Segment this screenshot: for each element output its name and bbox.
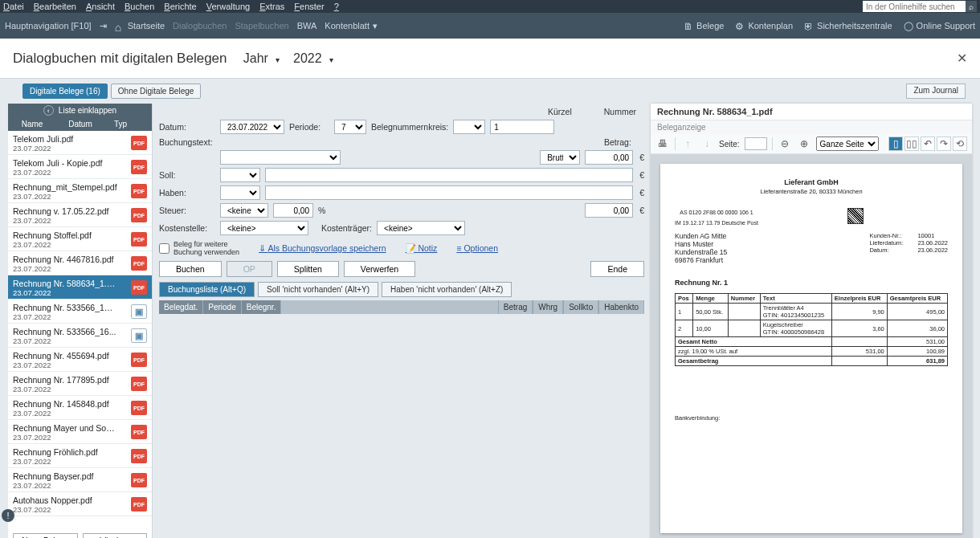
doc-row[interactable]: Rechnung Nr. 4467816.pdf23.07.2022PDF xyxy=(8,251,152,275)
rotate-right-icon[interactable]: ↷ xyxy=(937,137,951,151)
year-dd2[interactable]: ▾ xyxy=(329,55,333,64)
barcode-icon xyxy=(847,208,864,224)
menu-ansicht[interactable]: Ansicht xyxy=(86,2,115,11)
support-link[interactable]: Online Support xyxy=(904,21,975,31)
nummer-label: Nummer xyxy=(604,107,636,116)
doc-row[interactable]: Rechnung Bayser.pdf23.07.2022PDF xyxy=(8,468,152,492)
soll-select[interactable] xyxy=(220,168,260,182)
doc-row[interactable]: Telekom Juli - Kopie.pdf23.07.2022PDF xyxy=(8,155,152,179)
nummer-input[interactable] xyxy=(490,120,554,134)
sicherheit-link[interactable]: Sicherheitszentrale xyxy=(804,21,892,31)
steuer-pct-input[interactable] xyxy=(273,203,313,218)
kostentraeger-label: Kostenträger: xyxy=(321,223,372,233)
list-collapse-button[interactable]: ‹ Liste einklappen xyxy=(8,104,152,117)
soll-nv-tab[interactable]: Soll 'nicht vorhanden' (Alt+Y) xyxy=(258,282,378,297)
menu-bearbeiten[interactable]: Bearbeiten xyxy=(34,2,76,11)
rotate-left-icon[interactable]: ↶ xyxy=(921,137,935,151)
startseite-link[interactable]: Startseite xyxy=(115,21,165,31)
close-icon[interactable]: ✕ xyxy=(957,51,967,66)
year-dd1[interactable]: ▾ xyxy=(276,55,280,64)
menu-buchen[interactable]: Buchen xyxy=(125,2,154,11)
kuerzel-select[interactable] xyxy=(453,120,485,134)
doc-row[interactable]: Rechnung Nr. 145848.pdf23.07.2022PDF xyxy=(8,396,152,420)
haben-input[interactable] xyxy=(265,185,633,200)
betrag-input[interactable] xyxy=(585,150,633,165)
stapelbuchen-link[interactable]: Stapelbuchen xyxy=(235,21,288,31)
menu-datei[interactable]: Datei xyxy=(3,2,24,11)
view-cont-icon[interactable]: ▯▯ xyxy=(904,137,919,151)
menu-fenster[interactable]: Fenster xyxy=(294,2,324,11)
document-list[interactable]: Telekom Juli.pdf23.07.2022PDFTelekom Jul… xyxy=(8,131,152,528)
doc-row[interactable]: Rechnung Nr. 588634_1.pdf23.07.2022PDF xyxy=(8,275,152,300)
steuer-amt-input[interactable] xyxy=(585,203,633,218)
ende-button[interactable]: Ende xyxy=(590,261,644,277)
brutto-select[interactable]: Brutto xyxy=(540,150,580,165)
belege-link[interactable]: Belege xyxy=(684,21,724,31)
reuse-checkbox-label[interactable]: Beleg für weitere Buchung verwenden xyxy=(159,240,239,256)
notiz-link[interactable]: 📝 Notiz xyxy=(406,243,438,254)
tab-digitale-belege[interactable]: Digitale Belege (16) xyxy=(22,84,108,99)
search-icon[interactable]: ⌕ xyxy=(966,1,977,12)
doc-row[interactable]: Rechnung Mayer und Soh...23.07.2022PDF xyxy=(8,420,152,444)
kostentraeger-select[interactable]: <keine> xyxy=(377,221,465,235)
op-button[interactable]: OP xyxy=(227,261,272,277)
reuse-checkbox[interactable] xyxy=(159,243,169,254)
rotate-180-icon[interactable]: ⟲ xyxy=(953,137,967,151)
kontenplan-link[interactable]: Kontenplan xyxy=(735,21,793,31)
haben-select[interactable] xyxy=(220,185,260,200)
doc-row[interactable]: Rechnung_mit_Stempel.pdf23.07.2022PDF xyxy=(8,179,152,203)
doc-row[interactable]: Autohaus Nopper.pdf23.07.2022PDF xyxy=(8,492,152,516)
bwa-link[interactable]: BWA xyxy=(297,21,317,31)
page-down-icon[interactable]: ↓ xyxy=(700,137,714,151)
doc-row[interactable]: Rechnung Nr. 177895.pdf23.07.2022PDF xyxy=(8,372,152,396)
splitten-button[interactable]: Splitten xyxy=(277,261,339,277)
kuerzel-label: Kürzel xyxy=(548,107,572,116)
optionen-link[interactable]: ≡ Optionen xyxy=(456,243,498,253)
soll-input[interactable] xyxy=(265,168,633,182)
print-icon[interactable]: 🖶 xyxy=(655,137,670,151)
home-icon xyxy=(115,21,125,31)
tab-ohne-digitale[interactable]: Ohne Digitale Belege xyxy=(111,84,202,99)
view-single-icon[interactable]: ▯ xyxy=(888,137,903,151)
document-icon xyxy=(684,21,693,31)
zoom-select[interactable]: Ganze Seite xyxy=(816,137,879,151)
haben-nv-tab[interactable]: Haben 'nicht vorhanden' (Alt+Z) xyxy=(382,282,512,297)
page-input[interactable] xyxy=(745,137,767,150)
menu-verwaltung[interactable]: Verwaltung xyxy=(206,2,250,11)
buchungsliste-tab[interactable]: Buchungsliste (Alt+Q) xyxy=(159,282,255,297)
steuer-select[interactable]: <keine> xyxy=(220,203,268,218)
preview-panel: Rechnung Nr. 588634_1.pdf Beleganzeige 🖶… xyxy=(651,104,972,538)
save-template-link[interactable]: ⇓ Als Buchungsvorlage speichern xyxy=(259,243,386,253)
steuer-label: Steuer: xyxy=(159,206,215,215)
hauptnav-button[interactable]: Hauptnavigation [F10] xyxy=(5,21,92,31)
neue-belege-button[interactable]: Neue Belege xyxy=(13,533,78,538)
doc-row[interactable]: Rechnung Stoffel.pdf23.07.2022PDF xyxy=(8,227,152,251)
pin-icon[interactable]: ⇥ xyxy=(100,21,107,31)
dialogbuchen-link[interactable]: Dialogbuchen xyxy=(173,21,227,31)
doc-row[interactable]: Rechnung Nr. 533566_16...23.07.2022 xyxy=(8,324,152,348)
datum-input[interactable]: 23.07.2022 xyxy=(220,120,284,134)
menu-?[interactable]: ? xyxy=(334,2,339,11)
buchungstext-select[interactable] xyxy=(220,150,341,165)
menu-berichte[interactable]: Berichte xyxy=(164,2,196,11)
kontenblatt-link[interactable]: Kontenblatt ▾ xyxy=(325,21,378,31)
zoom-in-icon[interactable]: ⊕ xyxy=(797,137,811,151)
zum-journal-button[interactable]: Zum Journal xyxy=(906,84,966,99)
doc-row[interactable]: Telekom Juli.pdf23.07.2022PDF xyxy=(8,131,152,155)
periode-select[interactable]: 7 xyxy=(334,120,366,134)
year-value: 2022 xyxy=(293,51,322,65)
kostenstelle-select[interactable]: <keine> xyxy=(220,221,308,235)
zoom-out-icon[interactable]: ⊖ xyxy=(778,137,792,151)
verwerfen-button[interactable]: Verwerfen xyxy=(344,261,415,277)
doc-row[interactable]: Rechnung Nr. 455694.pdf23.07.2022PDF xyxy=(8,348,152,372)
buchen-button[interactable]: Buchen xyxy=(159,261,222,277)
help-search-input[interactable] xyxy=(863,1,966,12)
document-viewport[interactable]: Lieferant GmbH Lieferantenstraße 20, 803… xyxy=(651,154,972,538)
page-up-icon[interactable]: ↑ xyxy=(680,137,695,151)
doc-row[interactable]: Rechnung Fröhlich.pdf23.07.2022PDF xyxy=(8,444,152,468)
menu-extras[interactable]: Extras xyxy=(259,2,284,11)
doc-row[interactable]: Rechnung v. 17.05.22.pdf23.07.2022PDF xyxy=(8,203,152,227)
alert-icon[interactable]: ! xyxy=(2,509,14,522)
doc-row[interactable]: Rechnung Nr. 533566_18.j..23.07.2022 xyxy=(8,300,152,324)
loeschen-button[interactable]: Löschen xyxy=(83,533,148,538)
